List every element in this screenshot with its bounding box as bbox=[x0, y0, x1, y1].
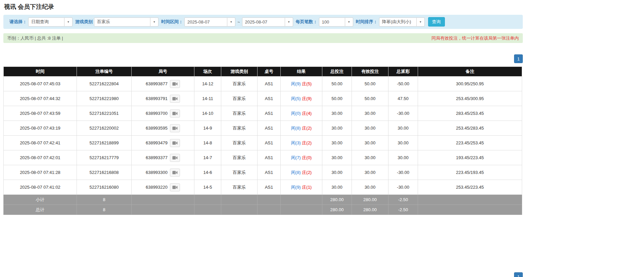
cell-total-bet[interactable]: 30.00 bbox=[322, 150, 352, 165]
round-number: 638993791 bbox=[146, 96, 168, 101]
cell-remark: 193.45/223.45 bbox=[418, 150, 522, 165]
cell-time: 2025-08-07 07:41:02 bbox=[4, 180, 77, 195]
cell-total-bet[interactable]: 30.00 bbox=[322, 106, 352, 121]
result-banker: 庄(5) bbox=[302, 81, 312, 86]
cell-total-bet[interactable]: 30.00 bbox=[322, 180, 352, 195]
time-range-label: 时间区间： bbox=[161, 19, 183, 25]
cell-payout: -30.00 bbox=[388, 180, 418, 195]
cell-bet-id: 522716221051 bbox=[77, 106, 132, 121]
date-from-input[interactable] bbox=[184, 17, 227, 27]
sort-order-combo: ▼ bbox=[379, 17, 425, 27]
cell-session: 14-9 bbox=[194, 121, 221, 136]
video-camera-icon bbox=[172, 126, 178, 130]
select-mode-dropdown-button[interactable]: ▼ bbox=[64, 17, 73, 27]
cell-game-type: 百家乐 bbox=[221, 150, 258, 165]
cell-total-bet[interactable]: 30.00 bbox=[322, 121, 352, 136]
video-replay-button[interactable] bbox=[170, 124, 180, 132]
video-replay-button[interactable] bbox=[170, 169, 180, 177]
cell-round: 638993300 bbox=[132, 165, 194, 180]
round-number: 638993300 bbox=[146, 170, 168, 175]
sort-order-dropdown-button[interactable]: ▼ bbox=[417, 17, 425, 27]
cell-remark: 283.45/253.45 bbox=[418, 106, 522, 121]
chevron-down-icon: ▼ bbox=[419, 20, 422, 24]
video-replay-button[interactable] bbox=[170, 154, 180, 162]
cell-round: 638993220 bbox=[132, 180, 194, 195]
date-from-dropdown-button[interactable]: ▼ bbox=[227, 17, 235, 27]
cell-remark: 300.95/250.95 bbox=[418, 77, 522, 91]
table-row: 2025-08-07 07:44:32 522716221980 6389937… bbox=[4, 91, 522, 106]
search-button[interactable]: 查询 bbox=[428, 17, 445, 27]
game-type-input[interactable] bbox=[94, 17, 150, 27]
video-replay-button[interactable] bbox=[170, 80, 180, 88]
cell-bet-id: 522716222804 bbox=[77, 77, 132, 91]
cell-bet-id: 522716220002 bbox=[77, 121, 132, 136]
total-count: 8 bbox=[77, 205, 132, 215]
cell-session: 14-10 bbox=[194, 106, 221, 121]
page-size-dropdown-button[interactable]: ▼ bbox=[345, 17, 353, 27]
cell-time: 2025-08-07 07:43:19 bbox=[4, 121, 77, 136]
cell-valid-bet: 30.00 bbox=[352, 106, 388, 121]
cell-time: 2025-08-07 07:42:41 bbox=[4, 136, 77, 150]
header-result: 结果 bbox=[281, 67, 322, 77]
header-time: 时间 bbox=[4, 67, 77, 77]
game-type-dropdown-button[interactable]: ▼ bbox=[150, 17, 158, 27]
cell-bet-id: 522716217779 bbox=[77, 150, 132, 165]
cell-valid-bet: 30.00 bbox=[352, 121, 388, 136]
table-row: 2025-08-07 07:43:59 522716221051 6389937… bbox=[4, 106, 522, 121]
result-player: 闲(0) bbox=[291, 111, 301, 116]
table-row: 2025-08-07 07:45:03 522716222804 6389938… bbox=[4, 77, 522, 91]
cell-total-bet[interactable]: 50.00 bbox=[322, 91, 352, 106]
cell-time: 2025-08-07 07:43:59 bbox=[4, 106, 77, 121]
cell-payout: -30.00 bbox=[388, 106, 418, 121]
video-replay-button[interactable] bbox=[170, 139, 180, 147]
cell-round: 638993700 bbox=[132, 106, 194, 121]
table-row: 2025-08-07 07:42:41 522716218899 6389934… bbox=[4, 136, 522, 150]
video-replay-button[interactable] bbox=[170, 109, 180, 118]
cell-payout: 30.00 bbox=[388, 121, 418, 136]
page-number-button[interactable]: 1 bbox=[514, 272, 523, 277]
chevron-down-icon: ▼ bbox=[67, 20, 70, 24]
date-to-input[interactable] bbox=[242, 17, 285, 27]
result-banker: 庄(0) bbox=[302, 155, 312, 160]
select-mode-label: 请选择： bbox=[9, 19, 27, 25]
cell-payout: -30.00 bbox=[388, 165, 418, 180]
cell-total-bet[interactable]: 50.00 bbox=[322, 77, 352, 91]
total-payout: -2.50 bbox=[388, 205, 418, 215]
filter-bar: 请选择： ▼ 游戏类别 ▼ 时间区间： ▼ ~ ▼ 每页笔数： ▼ 时间排序： … bbox=[3, 15, 523, 29]
cell-game-type: 百家乐 bbox=[221, 77, 258, 91]
cell-total-bet[interactable]: 30.00 bbox=[322, 136, 352, 150]
cell-table-no: AS1 bbox=[258, 180, 281, 195]
sort-order-input[interactable] bbox=[379, 17, 417, 27]
cell-session: 14-11 bbox=[194, 91, 221, 106]
cell-session: 14-5 bbox=[194, 180, 221, 195]
cell-table-no: AS1 bbox=[258, 121, 281, 136]
page-number-button[interactable]: 1 bbox=[514, 54, 523, 63]
cell-table-no: AS1 bbox=[258, 136, 281, 150]
cell-bet-id: 522716221980 bbox=[77, 91, 132, 106]
table-row: 2025-08-07 07:43:19 522716220002 6389935… bbox=[4, 121, 522, 136]
video-replay-button[interactable] bbox=[170, 95, 180, 103]
select-mode-combo: ▼ bbox=[28, 17, 73, 27]
cell-table-no: AS1 bbox=[258, 91, 281, 106]
cell-payout: 47.50 bbox=[388, 91, 418, 106]
cell-bet-id: 522716216808 bbox=[77, 165, 132, 180]
result-player: 闲(8) bbox=[291, 170, 301, 175]
cell-total-bet[interactable]: 30.00 bbox=[322, 165, 352, 180]
cell-game-type: 百家乐 bbox=[221, 121, 258, 136]
page-title: 视讯 会员下注纪录 bbox=[3, 2, 523, 15]
currency-total-text: 币别：人民币 | 总共 :8 注单 | bbox=[7, 35, 63, 41]
result-player: 闲(8) bbox=[291, 126, 301, 131]
cell-payout: 30.00 bbox=[388, 150, 418, 165]
date-to-dropdown-button[interactable]: ▼ bbox=[285, 17, 293, 27]
select-mode-input[interactable] bbox=[28, 17, 64, 27]
date-range-separator: ~ bbox=[237, 19, 240, 25]
video-replay-button[interactable] bbox=[170, 183, 180, 191]
cell-time: 2025-08-07 07:44:32 bbox=[4, 91, 77, 106]
cell-result: 闲(8) 庄(2) bbox=[281, 121, 322, 136]
table-header: 时间 注单编号 局号 场次 游戏类别 桌号 结果 总投注 有效投注 总派彩 备注 bbox=[4, 67, 522, 77]
page-size-input[interactable] bbox=[319, 17, 345, 27]
cell-time: 2025-08-07 07:41:28 bbox=[4, 165, 77, 180]
cell-time: 2025-08-07 07:42:01 bbox=[4, 150, 77, 165]
total-total-bet: 280.00 bbox=[322, 205, 352, 215]
table-row: 2025-08-07 07:41:02 522716216080 6389932… bbox=[4, 180, 522, 195]
